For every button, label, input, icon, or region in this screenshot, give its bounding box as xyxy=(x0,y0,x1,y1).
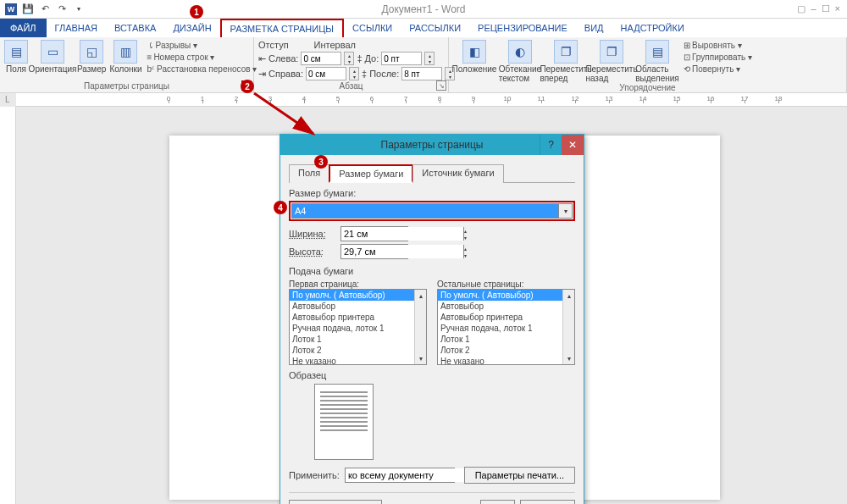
indent-header: Отступ xyxy=(258,40,289,50)
size-button[interactable]: ◱Размер xyxy=(77,40,106,74)
align-icon: ⊞ xyxy=(684,41,690,50)
scrollbar[interactable]: ▴▾ xyxy=(562,290,574,364)
wrap-icon: ◐ xyxy=(508,40,532,64)
ribbon: ▤Поля ▭Ориентация ◱Размер ▥Колонки ⤹Разр… xyxy=(0,37,847,93)
orientation-button[interactable]: ▭Ориентация xyxy=(31,40,74,74)
rotate-button[interactable]: ⟲Повернуть ▾ xyxy=(682,64,754,75)
dialog-close-button[interactable]: ✕ xyxy=(562,135,584,155)
apply-to-label: Применить: xyxy=(289,470,340,480)
spacing-before-spinner[interactable]: ▴▾ xyxy=(424,52,435,65)
selection-icon: ▤ xyxy=(645,40,669,64)
list-item[interactable]: Автовыбор xyxy=(290,301,426,312)
list-item[interactable]: Автовыбор принтера xyxy=(290,312,426,323)
send-backward-button[interactable]: ❐Переместить назад xyxy=(590,40,633,83)
minimize-icon[interactable]: – xyxy=(811,3,816,14)
tab-file[interactable]: ФАЙЛ xyxy=(0,19,47,37)
wrap-text-button[interactable]: ◐Обтекание текстом xyxy=(499,40,541,83)
paper-feed-label: Подача бумаги xyxy=(289,266,575,276)
align-button[interactable]: ⊞Выровнять ▾ xyxy=(682,40,754,51)
redo-icon[interactable]: ↷ xyxy=(56,3,68,15)
apply-to-value[interactable] xyxy=(346,468,468,482)
ribbon-options-icon[interactable]: ▢ xyxy=(797,3,805,14)
indent-right-spinner[interactable]: ▴▾ xyxy=(349,67,359,80)
list-item[interactable]: Лоток 1 xyxy=(290,334,426,345)
print-options-button[interactable]: Параметры печати... xyxy=(464,467,575,484)
apply-to-combo[interactable]: ▾ xyxy=(345,468,455,483)
selection-pane-button[interactable]: ▤Область выделения xyxy=(636,40,678,83)
indent-left-icon: ⇤ xyxy=(258,53,266,64)
tab-page-layout[interactable]: РАЗМЕТКА СТРАНИЦЫ xyxy=(220,19,344,37)
tab-view[interactable]: ВИД xyxy=(576,19,612,37)
height-input[interactable] xyxy=(341,245,463,258)
spacing-after-input[interactable] xyxy=(401,67,442,80)
default-button[interactable]: По умолчанию... xyxy=(289,500,382,504)
list-item[interactable]: Не указано xyxy=(290,356,426,365)
list-item[interactable]: По умолч. ( Автовыбор) xyxy=(438,290,574,301)
ok-button[interactable]: ОК xyxy=(480,500,515,504)
rotate-icon: ⟲ xyxy=(684,64,690,74)
list-item[interactable]: Ручная подача, лоток 1 xyxy=(290,323,426,334)
height-spinner[interactable]: ▴▾ xyxy=(463,245,467,258)
dialog-title: Параметры страницы xyxy=(381,139,484,151)
dialog-tab-paper[interactable]: Размер бумаги xyxy=(329,164,413,183)
width-input[interactable] xyxy=(341,227,463,241)
tab-addins[interactable]: НАДСТРОЙКИ xyxy=(612,19,693,37)
position-button[interactable]: ◧Положение xyxy=(453,40,495,74)
dialog-tab-source[interactable]: Источник бумаги xyxy=(412,164,503,183)
group-label-paragraph: Абзац ↘ xyxy=(254,80,448,92)
group-button[interactable]: ⊡Группировать ▾ xyxy=(682,52,754,63)
cancel-button[interactable]: Отмена xyxy=(520,500,575,504)
list-item[interactable]: Ручная подача, лоток 1 xyxy=(438,323,574,334)
indent-left-input[interactable] xyxy=(301,52,341,65)
close-icon[interactable]: × xyxy=(835,3,840,14)
bring-forward-button[interactable]: ❐Переместить вперед xyxy=(545,40,587,83)
width-spinner[interactable]: ▴▾ xyxy=(463,227,467,241)
line-numbers-button[interactable]: ≡Номера строк ▾ xyxy=(146,52,259,63)
qat-dropdown-icon[interactable]: ▾ xyxy=(73,3,85,15)
list-item[interactable]: Лоток 2 xyxy=(438,345,574,356)
save-icon[interactable]: 💾 xyxy=(22,3,34,15)
window-title: Документ1 - Word xyxy=(381,3,465,15)
indent-right-input[interactable] xyxy=(306,67,346,80)
chevron-down-icon[interactable]: ▾ xyxy=(558,204,572,218)
list-item[interactable]: Лоток 1 xyxy=(438,334,574,345)
breaks-button[interactable]: ⤹Разрывы ▾ xyxy=(146,40,259,51)
vertical-ruler[interactable] xyxy=(0,107,16,504)
list-item[interactable]: Лоток 2 xyxy=(290,345,426,356)
tab-review[interactable]: РЕЦЕНЗИРОВАНИЕ xyxy=(469,19,576,37)
margins-button[interactable]: ▤Поля xyxy=(4,40,28,74)
ribbon-tabs: ФАЙЛ ГЛАВНАЯ ВСТАВКА ДИЗАЙН РАЗМЕТКА СТР… xyxy=(0,19,847,37)
word-icon: W xyxy=(5,3,17,15)
tab-insert[interactable]: ВСТАВКА xyxy=(106,19,164,37)
first-page-label: Первая страница: xyxy=(289,280,427,289)
list-item[interactable]: По умолч. ( Автовыбор) xyxy=(290,290,426,301)
list-item[interactable]: Автовыбор принтера xyxy=(438,312,574,323)
hyphenation-button[interactable]: bᶜРасстановка переносов ▾ xyxy=(146,64,259,75)
paper-size-value[interactable] xyxy=(292,204,558,218)
callout-badge-3: 3 xyxy=(314,155,328,169)
first-page-listbox[interactable]: По умолч. ( Автовыбор)АвтовыборАвтовыбор… xyxy=(289,289,427,365)
list-item[interactable]: Автовыбор xyxy=(438,301,574,312)
tab-references[interactable]: ССЫЛКИ xyxy=(344,19,401,37)
columns-button[interactable]: ▥Колонки xyxy=(109,40,141,74)
tab-home[interactable]: ГЛАВНАЯ xyxy=(47,19,106,37)
tab-design[interactable]: ДИЗАЙН xyxy=(164,19,219,37)
other-pages-listbox[interactable]: По умолч. ( Автовыбор)АвтовыборАвтовыбор… xyxy=(437,289,575,365)
title-bar: W 💾 ↶ ↷ ▾ Документ1 - Word ▢ – ☐ × xyxy=(0,0,847,19)
size-icon: ◱ xyxy=(80,40,103,64)
horizontal-ruler[interactable]: 0123456789101112131415161718 xyxy=(16,93,847,107)
undo-icon[interactable]: ↶ xyxy=(39,3,51,15)
maximize-icon[interactable]: ☐ xyxy=(822,3,830,14)
tab-selector[interactable]: L xyxy=(5,95,10,104)
paper-size-combo[interactable]: ▾ xyxy=(291,203,573,219)
dialog-titlebar[interactable]: Параметры страницы ? ✕ xyxy=(280,135,584,155)
spacing-before-icon: ‡ xyxy=(357,53,362,64)
scrollbar[interactable]: ▴▾ xyxy=(414,290,426,364)
margins-icon: ▤ xyxy=(4,40,28,64)
indent-left-spinner[interactable]: ▴▾ xyxy=(344,52,354,65)
paragraph-launcher[interactable]: ↘ xyxy=(436,80,446,91)
dialog-help-button[interactable]: ? xyxy=(540,135,562,155)
list-item[interactable]: Не указано xyxy=(438,356,574,365)
tab-mailings[interactable]: РАССЫЛКИ xyxy=(401,19,469,37)
spacing-before-input[interactable] xyxy=(381,52,422,65)
